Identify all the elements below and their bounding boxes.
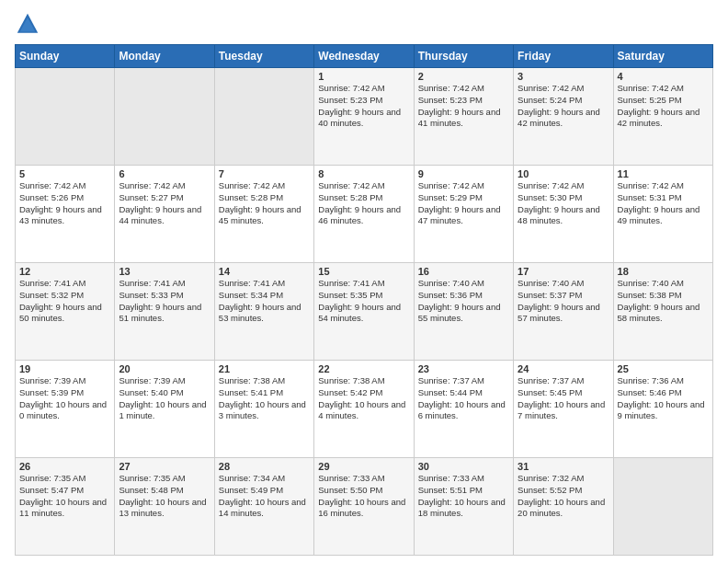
calendar-cell: 9 Sunrise: 7:42 AM Sunset: 5:29 PM Dayli…: [414, 166, 513, 263]
weekday-header: Sunday: [16, 45, 115, 68]
sunrise-label: Sunrise: 7:33 AM: [318, 473, 384, 483]
day-info: Sunrise: 7:42 AM Sunset: 5:23 PM Dayligh…: [318, 83, 409, 130]
weekday-header: Thursday: [414, 45, 513, 68]
day-info: Sunrise: 7:39 AM Sunset: 5:39 PM Dayligh…: [19, 375, 110, 422]
daylight-label: Daylight: 9 hours and 53 minutes.: [219, 302, 301, 324]
sunrise-label: Sunrise: 7:38 AM: [219, 375, 285, 385]
sunrise-label: Sunrise: 7:39 AM: [119, 375, 185, 385]
sunset-label: Sunset: 5:29 PM: [418, 192, 483, 202]
sunset-label: Sunset: 5:38 PM: [618, 290, 682, 300]
calendar-cell: [115, 68, 214, 166]
sunrise-label: Sunrise: 7:40 AM: [618, 278, 684, 288]
sunset-label: Sunset: 5:51 PM: [418, 485, 483, 495]
sunset-label: Sunset: 5:37 PM: [518, 290, 582, 300]
day-info: Sunrise: 7:42 AM Sunset: 5:31 PM Dayligh…: [618, 180, 709, 227]
day-number: 6: [119, 168, 210, 179]
daylight-label: Daylight: 10 hours and 16 minutes.: [318, 497, 405, 519]
day-info: Sunrise: 7:42 AM Sunset: 5:29 PM Dayligh…: [418, 180, 509, 227]
sunrise-label: Sunrise: 7:33 AM: [418, 473, 484, 483]
calendar-cell: 2 Sunrise: 7:42 AM Sunset: 5:23 PM Dayli…: [414, 68, 513, 166]
calendar-cell: 26 Sunrise: 7:35 AM Sunset: 5:47 PM Dayl…: [16, 458, 115, 556]
daylight-label: Daylight: 10 hours and 18 minutes.: [418, 497, 506, 519]
calendar-cell: 27 Sunrise: 7:35 AM Sunset: 5:48 PM Dayl…: [115, 458, 214, 556]
day-number: 17: [518, 266, 609, 277]
sunrise-label: Sunrise: 7:42 AM: [618, 180, 684, 190]
day-number: 11: [618, 168, 709, 179]
daylight-label: Daylight: 9 hours and 42 minutes.: [518, 107, 600, 129]
sunrise-label: Sunrise: 7:42 AM: [618, 83, 684, 93]
day-info: Sunrise: 7:42 AM Sunset: 5:28 PM Dayligh…: [318, 180, 409, 227]
day-number: 9: [418, 168, 509, 179]
calendar-cell: 1 Sunrise: 7:42 AM Sunset: 5:23 PM Dayli…: [314, 68, 414, 166]
day-info: Sunrise: 7:42 AM Sunset: 5:30 PM Dayligh…: [518, 180, 609, 227]
page: SundayMondayTuesdayWednesdayThursdayFrid…: [0, 0, 728, 563]
daylight-label: Daylight: 9 hours and 49 minutes.: [618, 204, 700, 226]
sunset-label: Sunset: 5:33 PM: [119, 290, 183, 300]
day-info: Sunrise: 7:41 AM Sunset: 5:34 PM Dayligh…: [219, 278, 310, 325]
daylight-label: Daylight: 9 hours and 51 minutes.: [119, 302, 201, 324]
sunset-label: Sunset: 5:23 PM: [318, 95, 382, 105]
daylight-label: Daylight: 10 hours and 14 minutes.: [219, 497, 306, 519]
day-info: Sunrise: 7:37 AM Sunset: 5:44 PM Dayligh…: [418, 375, 509, 422]
sunset-label: Sunset: 5:47 PM: [19, 485, 84, 495]
calendar-cell: 19 Sunrise: 7:39 AM Sunset: 5:39 PM Dayl…: [16, 361, 115, 458]
logo-icon: [15, 11, 40, 37]
day-info: Sunrise: 7:35 AM Sunset: 5:48 PM Dayligh…: [119, 473, 210, 520]
calendar-cell: 30 Sunrise: 7:33 AM Sunset: 5:51 PM Dayl…: [414, 458, 513, 556]
day-info: Sunrise: 7:34 AM Sunset: 5:49 PM Dayligh…: [219, 473, 310, 520]
weekday-header: Friday: [514, 45, 613, 68]
sunset-label: Sunset: 5:40 PM: [119, 387, 183, 397]
logo: [15, 11, 44, 37]
day-number: 27: [119, 461, 210, 472]
calendar-cell: 13 Sunrise: 7:41 AM Sunset: 5:33 PM Dayl…: [115, 263, 214, 361]
calendar-cell: 24 Sunrise: 7:37 AM Sunset: 5:45 PM Dayl…: [514, 361, 613, 458]
weekday-header: Saturday: [613, 45, 712, 68]
daylight-label: Daylight: 9 hours and 41 minutes.: [418, 107, 501, 129]
sunrise-label: Sunrise: 7:42 AM: [119, 180, 185, 190]
sunrise-label: Sunrise: 7:42 AM: [318, 83, 384, 93]
calendar-cell: 31 Sunrise: 7:32 AM Sunset: 5:52 PM Dayl…: [514, 458, 613, 556]
sunset-label: Sunset: 5:35 PM: [318, 290, 382, 300]
day-number: 1: [318, 71, 409, 82]
day-number: 13: [119, 266, 210, 277]
calendar-cell: 22 Sunrise: 7:38 AM Sunset: 5:42 PM Dayl…: [314, 361, 414, 458]
day-number: 5: [19, 168, 110, 179]
daylight-label: Daylight: 10 hours and 9 minutes.: [618, 399, 705, 421]
calendar-cell: 21 Sunrise: 7:38 AM Sunset: 5:41 PM Dayl…: [214, 361, 313, 458]
daylight-label: Daylight: 9 hours and 43 minutes.: [19, 204, 102, 226]
daylight-label: Daylight: 9 hours and 40 minutes.: [318, 107, 401, 129]
calendar-cell: [613, 458, 712, 556]
day-number: 23: [418, 363, 509, 374]
day-number: 12: [19, 266, 110, 277]
day-number: 4: [618, 71, 709, 82]
sunset-label: Sunset: 5:50 PM: [318, 485, 382, 495]
day-number: 19: [19, 363, 110, 374]
day-number: 28: [219, 461, 310, 472]
daylight-label: Daylight: 10 hours and 6 minutes.: [418, 399, 506, 421]
calendar-table: SundayMondayTuesdayWednesdayThursdayFrid…: [15, 44, 713, 556]
sunrise-label: Sunrise: 7:42 AM: [418, 180, 484, 190]
calendar-week-row: 1 Sunrise: 7:42 AM Sunset: 5:23 PM Dayli…: [16, 68, 713, 166]
sunset-label: Sunset: 5:39 PM: [19, 387, 84, 397]
daylight-label: Daylight: 9 hours and 50 minutes.: [19, 302, 102, 324]
daylight-label: Daylight: 10 hours and 3 minutes.: [219, 399, 306, 421]
day-number: 8: [318, 168, 409, 179]
day-number: 22: [318, 363, 409, 374]
calendar-cell: 5 Sunrise: 7:42 AM Sunset: 5:26 PM Dayli…: [16, 166, 115, 263]
sunrise-label: Sunrise: 7:39 AM: [19, 375, 85, 385]
sunset-label: Sunset: 5:26 PM: [19, 192, 84, 202]
calendar-week-row: 5 Sunrise: 7:42 AM Sunset: 5:26 PM Dayli…: [16, 166, 713, 263]
calendar-cell: 14 Sunrise: 7:41 AM Sunset: 5:34 PM Dayl…: [214, 263, 313, 361]
sunset-label: Sunset: 5:49 PM: [219, 485, 283, 495]
sunrise-label: Sunrise: 7:41 AM: [219, 278, 285, 288]
day-number: 10: [518, 168, 609, 179]
calendar-cell: 3 Sunrise: 7:42 AM Sunset: 5:24 PM Dayli…: [514, 68, 613, 166]
calendar-cell: 17 Sunrise: 7:40 AM Sunset: 5:37 PM Dayl…: [514, 263, 613, 361]
calendar-week-row: 12 Sunrise: 7:41 AM Sunset: 5:32 PM Dayl…: [16, 263, 713, 361]
daylight-label: Daylight: 10 hours and 7 minutes.: [518, 399, 605, 421]
sunrise-label: Sunrise: 7:37 AM: [518, 375, 584, 385]
day-number: 24: [518, 363, 609, 374]
day-info: Sunrise: 7:41 AM Sunset: 5:33 PM Dayligh…: [119, 278, 210, 325]
calendar-cell: [16, 68, 115, 166]
calendar-cell: [214, 68, 313, 166]
